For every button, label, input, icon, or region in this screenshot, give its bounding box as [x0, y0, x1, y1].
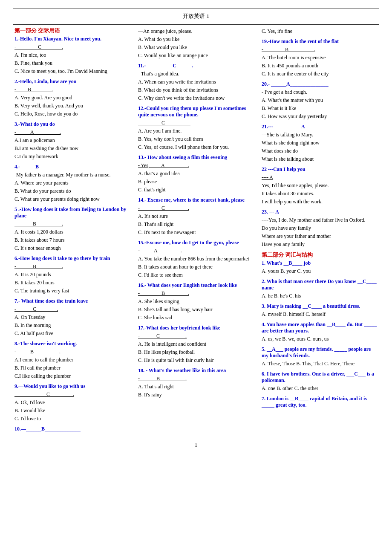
question-8: 8.-The shower isn't working. - _____B___…: [14, 341, 130, 380]
column-3: C. Yes, it's fine 19.-How much is the re…: [260, 27, 379, 436]
question-20: 20.- ______A_______________ - I've got a…: [262, 81, 378, 120]
question-22: 22 ---Can I help you ---- A Yes, I'd lik…: [262, 166, 378, 205]
question-18-cont: C. Yes, it's fine: [262, 27, 378, 35]
question-14: 14.- Excuse me, where is the nearest ban…: [138, 197, 254, 236]
question-23: 23. --- A ----Yes, I do. My mother and f…: [262, 209, 378, 248]
question-17: 17.-What does her boyfriend look like - …: [138, 325, 254, 364]
section1-title: 第一部分 交际用语: [14, 27, 130, 35]
question-3: 3.-What do you do - _____A__________. A.…: [14, 121, 130, 160]
column-2: —An orange juice, please. A. What do you…: [136, 27, 256, 436]
question-9: 9.—Would you like to go with us — ______…: [14, 383, 130, 422]
question-10-cont: —An orange juice, please. A. What do you…: [138, 27, 254, 59]
page-number: 1: [13, 442, 379, 448]
question-21: 21.---___________A____________________ -…: [262, 124, 378, 163]
question-12: 12.-Could you ring them up please I'm so…: [138, 105, 254, 151]
question-1: 1.-Hello. I'm Xiaoyan. Nice to meet you.…: [14, 36, 130, 75]
question-13: 13.- How about seeing a film this evenin…: [138, 154, 254, 194]
question-5: 5 .-How long does it take from Beijng to…: [14, 206, 130, 252]
vocab-q1: 1. What's __B____ job A. yours B. your C…: [262, 260, 378, 275]
vocab-q7: 7. London is __B____ capital of Britain,…: [262, 396, 378, 408]
question-4: 4.-______B_______________ -My father is …: [14, 164, 130, 203]
vocab-q3: 3. Mary is making __C____ a beautiful dr…: [262, 303, 378, 318]
question-15: 15.-Excuse me, how do I get to the gym, …: [138, 240, 254, 279]
vocab-q5: 5. __A___ people are my friends. _____ p…: [262, 346, 378, 367]
vocab-q4: 4. You have more apples than __B____ do.…: [262, 321, 378, 343]
question-19: 19.-How much is the rent of the flat - _…: [262, 38, 378, 78]
question-7: 7.- What time does the train leave - ___…: [14, 298, 130, 337]
section2-title: 第二部分 词汇与结构: [262, 251, 378, 259]
vocab-q6: 6. I have two brothers. One is a driver,…: [262, 371, 378, 392]
question-6: 6.-How long does it take to go there by …: [14, 255, 130, 295]
section2: 第二部分 词汇与结构 1. What's __B____ job A. your…: [262, 251, 378, 408]
question-10: 10.—______B______________: [14, 426, 130, 432]
vocab-q2: 2. Who is that man over there Do you kno…: [262, 278, 378, 300]
question-11: 11.- __________C______. - That's a good …: [138, 63, 254, 102]
question-16: 16.- What does your English teacher look…: [138, 282, 254, 321]
question-2: 2.-Hello, Linda, how are you - ____B____…: [14, 78, 130, 118]
column-1: 第一部分 交际用语 1.-Hello. I'm Xiaoyan. Nice to…: [13, 27, 132, 436]
question-18: 18. - What's the weather like in this ar…: [138, 367, 254, 399]
page-title: 开放英语 1: [13, 9, 379, 20]
